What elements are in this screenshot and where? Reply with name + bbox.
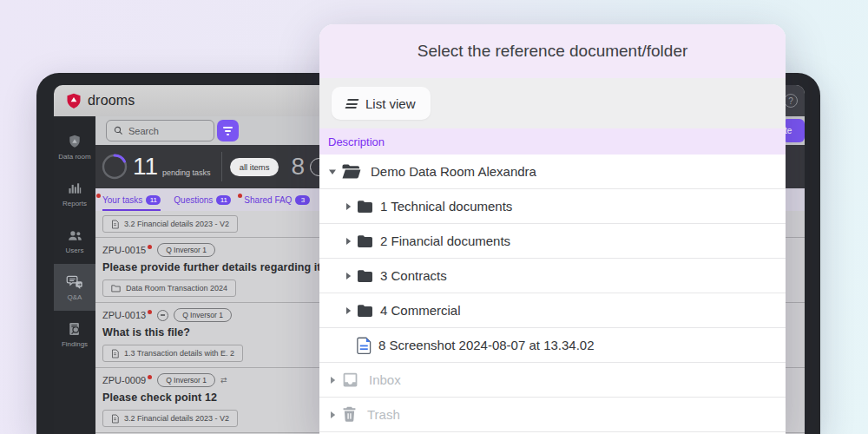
tree-row-folder[interactable]: 4 Commercial [319,293,786,328]
chevron-right-icon[interactable] [342,202,354,211]
sidebar-item-qa[interactable]: Q&A [54,264,95,311]
sidebar-item-label: Findings [62,340,88,348]
folder-chip[interactable]: Data Room Transaction 2024 [102,279,236,297]
folder-icon [357,200,373,214]
tree-row-inbox: Inbox [319,363,786,398]
tab-questions[interactable]: Questions 11 [174,188,231,211]
list-view-button[interactable]: List view [332,87,431,120]
question-tag: Q Inversor 1 [174,308,232,322]
tree-row-label: 3 Contracts [380,268,447,283]
inbox-icon [341,371,359,389]
pending-label: pending tasks [162,168,211,177]
sidebar-item-users[interactable]: Users [54,217,95,264]
tree-row-label: 4 Commercial [380,303,461,318]
tree-row-label: 1 Technical documents [380,199,512,214]
sidebar-item-findings[interactable]: Findings [54,311,95,358]
tab-label: Shared FAQ [244,195,292,205]
alert-dot [96,194,101,198]
app-sidebar: Data room Reports Users [54,116,95,434]
qa-chat-icon [66,273,83,291]
tree-row-folder[interactable]: 2 Financial documents [319,224,786,259]
trash-icon [341,405,358,424]
chevron-right-icon[interactable] [342,237,354,246]
findings-search-icon [66,320,83,338]
users-icon [66,227,83,244]
divider [221,152,222,181]
progress-ring [100,152,129,181]
swap-icon: ⇄ [220,376,227,385]
search-input-wrapper[interactable] [106,120,214,141]
shield-icon [66,133,83,150]
tab-your-tasks[interactable]: Your tasks 11 [102,188,161,211]
chip-label: Data Room Transaction 2024 [126,284,227,293]
filter-button[interactable] [217,120,239,141]
collapse-toggle-icon[interactable] [157,310,168,321]
tree-row-label: Demo Data Room Alexandra [371,164,536,179]
tab-label: Questions [174,195,213,205]
bar-chart-icon [66,180,83,197]
chip-label: 1.3 Transaction details with E. 2 [124,349,234,358]
sidebar-item-label: Data room [58,153,90,161]
alert-dot [148,375,152,379]
tree-row-folder[interactable]: 1 Technical documents [319,189,786,224]
task-id: ZPU-0009 [102,375,146,385]
reference-picker-dialog: Select the reference document/folder Lis… [319,24,786,434]
pending-count: 11 [133,153,158,181]
chip-label: 3.2 Financial details 2023 - V2 [124,220,229,228]
tab-shared-faq[interactable]: Shared FAQ 3 [244,188,310,211]
tree-row-folder[interactable]: 3 Contracts [319,259,786,293]
search-icon [114,126,123,135]
tab-count-badge: 11 [216,195,231,205]
chevron-right-icon[interactable] [342,272,354,280]
tree-row-label: 8 Screenshot 2024-08-07 at 13.34.02 [378,338,595,352]
folder-icon [357,234,373,248]
folder-icon [357,304,373,318]
dialog-title: Select the reference document/folder [418,42,688,61]
answer-count: 8 [291,153,305,181]
alert-dot [148,245,152,249]
document-icon [111,220,119,229]
sidebar-item-reports[interactable]: Reports [54,170,95,217]
document-chip[interactable]: 1.3 Transaction details with E. 2 [102,345,243,362]
description-column-header: Description [319,128,786,155]
question-tag: Q Inversor 1 [157,373,215,387]
list-view-label: List view [365,96,416,111]
chevron-right-icon[interactable] [342,306,354,315]
all-items-pill[interactable]: all items [230,158,279,176]
task-id: ZPU-0013 [102,310,146,320]
dialog-header: Select the reference document/folder [319,24,786,78]
tree-row-root[interactable]: Demo Data Room Alexandra [319,155,786,189]
document-chip[interactable]: 3.2 Financial details 2023 - V2 [102,215,238,233]
tab-count-badge: 3 [295,195,310,205]
tree-row-trash: Trash [319,398,786,432]
drooms-logo: drooms [65,92,135,109]
tab-count-badge: 11 [146,195,161,205]
tree-row-label: 2 Financial documents [380,233,510,248]
tree-row-label: Inbox [369,372,401,387]
chevron-right-icon [326,411,339,419]
tab-label: Your tasks [102,195,142,205]
alert-dot [148,310,152,314]
tree-row-file[interactable]: 8 Screenshot 2024-08-07 at 13.34.02 [319,328,786,363]
dialog-toolbar: List view [319,78,786,128]
folder-icon [111,284,121,293]
sidebar-item-label: Q&A [68,293,82,301]
sidebar-item-label: Reports [62,200,87,207]
chip-label: 3.2 Financial details 2023 - V2 [124,414,229,423]
document-icon [111,414,119,424]
tree-row-label: Trash [367,407,400,422]
sidebar-item-data-room[interactable]: Data room [54,123,95,170]
sidebar-item-label: Users [66,247,84,254]
brand-name: drooms [88,93,135,108]
folder-tree: Demo Data Room Alexandra 1 Technical doc… [319,155,786,432]
drooms-shield-icon [65,92,82,109]
file-icon [357,337,372,354]
document-chip[interactable]: 3.2 Financial details 2023 - V2 [102,410,238,427]
task-id: ZPU-0015 [102,245,146,255]
chevron-down-icon[interactable] [326,168,339,175]
folder-icon [357,269,373,283]
search-input[interactable] [128,126,198,136]
help-button[interactable]: ? [784,94,798,108]
question-tag: Q Inversor 1 [157,243,215,257]
chevron-right-icon [326,376,339,385]
